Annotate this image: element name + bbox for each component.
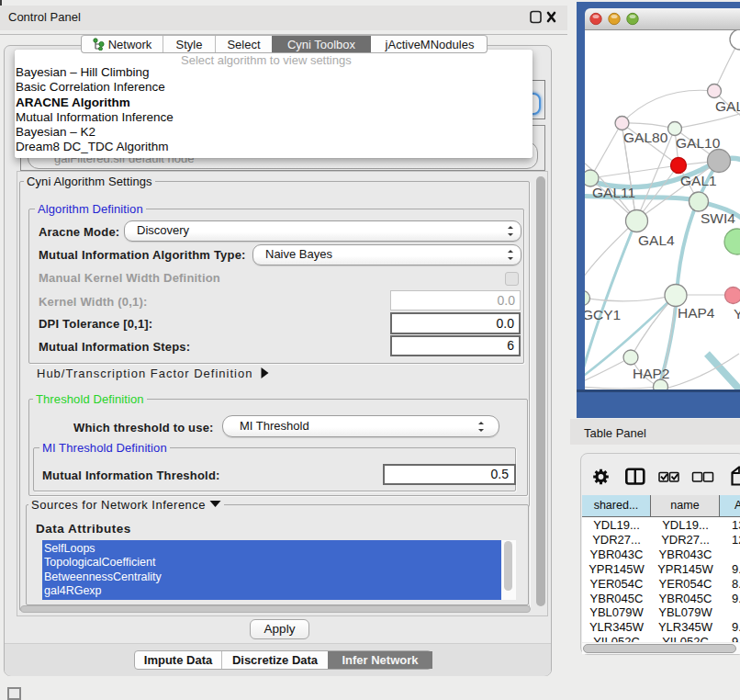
svg-text:GAL1: GAL1 xyxy=(680,173,717,188)
svg-text:HAP2: HAP2 xyxy=(633,366,670,381)
svg-text:GAL7: GAL7 xyxy=(715,98,740,114)
svg-text:GAL80: GAL80 xyxy=(623,130,668,145)
svg-text:HAP4: HAP4 xyxy=(678,305,715,321)
svg-text:GCY1: GCY1 xyxy=(585,307,621,322)
svg-text:GAL11: GAL11 xyxy=(592,185,635,200)
svg-text:GAL10: GAL10 xyxy=(676,135,721,151)
svg-text:SWI4: SWI4 xyxy=(701,210,735,226)
svg-text:Y: Y xyxy=(734,306,740,322)
svg-text:GAL4: GAL4 xyxy=(638,232,675,248)
